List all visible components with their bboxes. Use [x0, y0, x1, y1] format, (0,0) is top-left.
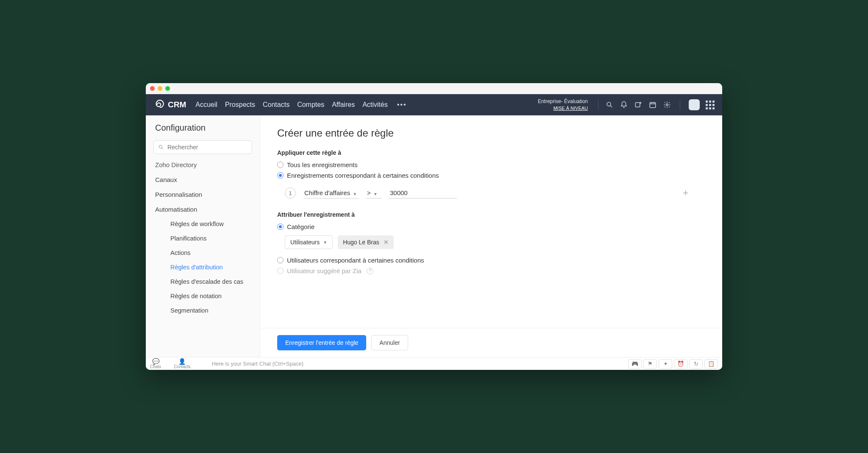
sidebar-item-zoho-directory[interactable]: Zoho Directory — [155, 157, 260, 172]
calendar-icon[interactable] — [648, 101, 657, 109]
main: Créer une entrée de règle Appliquer cett… — [260, 115, 722, 357]
svg-rect-3 — [650, 103, 656, 108]
caret-down-icon: ▼ — [353, 192, 357, 196]
radio-icon — [277, 224, 284, 230]
sidebar-search-input[interactable] — [167, 144, 248, 151]
assign-user-chip: Hugo Le Bras ✕ — [338, 235, 394, 249]
sidebar-sub-automatisation: Règles de workflow Planifications Action… — [155, 217, 260, 318]
sidebar-item-actions[interactable]: Actions — [170, 246, 260, 260]
bottombar-contacts-label: Contacts — [174, 364, 190, 369]
radio-assign-zia: Utilisateur suggéré par Zia ? — [277, 267, 705, 274]
bottombar-chats-label: Chats — [150, 364, 161, 369]
radio-label: Tous les enregistrements — [287, 161, 358, 168]
window-minimize-icon[interactable] — [158, 86, 162, 91]
avatar[interactable] — [689, 99, 700, 110]
sidebar-item-attribution[interactable]: Règles d'attribution — [170, 260, 260, 274]
nav-contacts[interactable]: Contacts — [263, 101, 289, 109]
sidebar-item-workflow[interactable]: Règles de workflow — [170, 217, 260, 231]
radio-icon — [277, 257, 284, 263]
svg-point-4 — [666, 104, 668, 106]
bottombar-chats[interactable]: 💬 Chats — [150, 358, 161, 369]
chat-icon: 💬 — [152, 358, 159, 364]
radio-label: Utilisateur suggéré par Zia — [287, 267, 362, 274]
primary-nav: Accueil Prospects Contacts Comptes Affai… — [195, 101, 408, 109]
chip-label: Hugo Le Bras — [343, 239, 379, 246]
radio-icon — [277, 172, 284, 179]
gear-icon[interactable] — [663, 101, 671, 109]
sidebar-item-notation[interactable]: Règles de notation — [170, 289, 260, 303]
dropdown-value: Chiffre d'affaires — [304, 189, 350, 196]
brand-logo-icon — [153, 99, 164, 110]
cancel-button[interactable]: Annuler — [371, 335, 408, 350]
plus-card-icon[interactable] — [634, 101, 643, 109]
upgrade-link[interactable]: MISE À NIVEAU — [538, 105, 588, 111]
condition-field-dropdown[interactable]: Chiffre d'affaires ▼ — [303, 187, 359, 199]
bottom-bar: 💬 Chats 👤 Contacts Here is your Smart Ch… — [146, 357, 722, 370]
apps-grid-icon[interactable] — [706, 101, 715, 109]
trial-plan: Entreprise- Évaluation — [538, 98, 588, 105]
divider — [598, 100, 598, 110]
nav-activites[interactable]: Activités — [362, 101, 388, 109]
bottombar-contacts[interactable]: 👤 Contacts — [174, 358, 190, 369]
radio-icon — [277, 268, 284, 274]
svg-rect-2 — [635, 103, 640, 107]
sidebar-item-escalade[interactable]: Règles d'escalade des cas — [170, 274, 260, 289]
sidebar-item-automatisation[interactable]: Automatisation — [155, 202, 260, 217]
nav-affaires[interactable]: Affaires — [332, 101, 355, 109]
svg-point-0 — [607, 102, 611, 106]
bottombar-zia-icon[interactable]: ✦ — [659, 359, 672, 369]
trial-info: Entreprise- Évaluation MISE À NIVEAU — [538, 98, 588, 111]
smart-chat-hint[interactable]: Here is your Smart Chat (Ctrl+Space) — [212, 361, 303, 367]
radio-apply-matching[interactable]: Enregistrements correspondant à certaine… — [277, 172, 705, 179]
brand[interactable]: CRM — [153, 99, 186, 110]
brand-text: CRM — [168, 100, 186, 109]
add-condition-button[interactable]: + — [683, 187, 688, 199]
radio-assign-category[interactable]: Catégorie — [277, 223, 705, 230]
radio-apply-all[interactable]: Tous les enregistrements — [277, 161, 705, 168]
condition-value-input[interactable] — [389, 187, 457, 199]
radio-label: Catégorie — [287, 223, 314, 230]
bottombar-clipboard-icon[interactable]: 📋 — [704, 359, 718, 369]
nav-comptes[interactable]: Comptes — [297, 101, 324, 109]
nav-more-icon[interactable]: ••• — [395, 101, 409, 109]
search-icon — [158, 144, 164, 150]
nav-prospects[interactable]: Prospects — [225, 101, 255, 109]
dropdown-value: > — [367, 189, 371, 196]
svg-line-6 — [162, 148, 163, 149]
assign-section-label: Attribuer l'enregistrement à — [277, 211, 705, 218]
bottombar-flag-icon[interactable]: ⚑ — [643, 359, 657, 369]
sidebar-item-segmentation[interactable]: Segmentation — [170, 303, 260, 318]
app-body: Configuration Zoho Directory Canaux Pers… — [146, 115, 722, 357]
nav-accueil[interactable]: Accueil — [195, 101, 217, 109]
search-icon[interactable] — [605, 101, 614, 109]
app-window: CRM Accueil Prospects Contacts Comptes A… — [146, 83, 722, 370]
sidebar-search[interactable] — [153, 140, 252, 154]
divider — [680, 100, 680, 110]
bell-icon[interactable] — [620, 101, 628, 109]
person-icon: 👤 — [178, 358, 186, 364]
condition-row: 1 Chiffre d'affaires ▼ > ▼ + — [285, 187, 705, 199]
top-icon-group — [605, 99, 715, 110]
bottombar-history-icon[interactable]: ↻ — [689, 359, 703, 369]
condition-number: 1 — [285, 187, 296, 199]
form-footer: Enregistrer l'entrée de règle Annuler — [260, 328, 722, 357]
chip-remove-icon[interactable]: ✕ — [384, 239, 389, 246]
help-icon[interactable]: ? — [367, 268, 373, 274]
window-maximize-icon[interactable] — [165, 86, 170, 91]
top-nav: CRM Accueil Prospects Contacts Comptes A… — [146, 94, 722, 115]
radio-label: Enregistrements correspondant à certaine… — [287, 172, 439, 179]
window-close-icon[interactable] — [150, 86, 155, 91]
sidebar-item-canaux[interactable]: Canaux — [155, 172, 260, 187]
bottombar-alarm-icon[interactable]: ⏰ — [674, 359, 687, 369]
svg-point-5 — [159, 145, 162, 148]
condition-operator-dropdown[interactable]: > ▼ — [366, 187, 381, 199]
sidebar-item-planifications[interactable]: Planifications — [170, 231, 260, 246]
save-button[interactable]: Enregistrer l'entrée de règle — [277, 335, 366, 350]
sidebar-item-personnalisation[interactable]: Personnalisation — [155, 187, 260, 202]
assign-chip-row: Utilisateurs ▼ Hugo Le Bras ✕ — [285, 235, 705, 249]
settings-sidebar: Configuration Zoho Directory Canaux Pers… — [146, 115, 260, 357]
bottombar-gamepad-icon[interactable]: 🎮 — [628, 359, 642, 369]
radio-assign-matching[interactable]: Utilisateurs correspondant à certaines c… — [277, 257, 705, 264]
sidebar-title: Configuration — [146, 123, 260, 138]
assign-type-dropdown[interactable]: Utilisateurs ▼ — [285, 235, 333, 249]
